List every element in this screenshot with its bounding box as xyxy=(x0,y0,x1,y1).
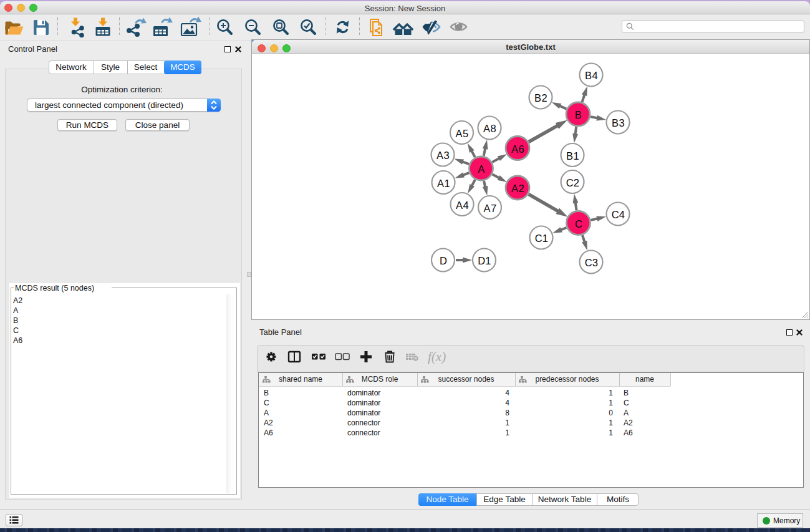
svg-text:C3: C3 xyxy=(585,257,599,268)
svg-text:B3: B3 xyxy=(612,117,625,128)
svg-text:B2: B2 xyxy=(534,92,547,104)
svg-text:f(x): f(x) xyxy=(428,349,446,364)
svg-text:C1: C1 xyxy=(535,233,549,244)
svg-text:A4: A4 xyxy=(456,200,469,211)
svg-text:A7: A7 xyxy=(484,203,497,214)
svg-text:C2: C2 xyxy=(566,177,580,188)
svg-text:A5: A5 xyxy=(456,128,469,139)
svg-text:A6: A6 xyxy=(511,143,524,155)
svg-text:D: D xyxy=(440,255,447,266)
svg-text:C4: C4 xyxy=(612,209,625,220)
svg-text:A: A xyxy=(478,163,485,175)
svg-text:A2: A2 xyxy=(511,183,524,194)
svg-text:A3: A3 xyxy=(436,150,450,161)
svg-text:A1: A1 xyxy=(437,178,450,189)
svg-text:D1: D1 xyxy=(478,255,491,266)
svg-text:B: B xyxy=(575,109,582,120)
svg-text:A8: A8 xyxy=(483,123,496,134)
svg-text:B1: B1 xyxy=(566,150,579,162)
svg-text:B4: B4 xyxy=(585,70,598,81)
svg-text:C: C xyxy=(575,218,582,230)
